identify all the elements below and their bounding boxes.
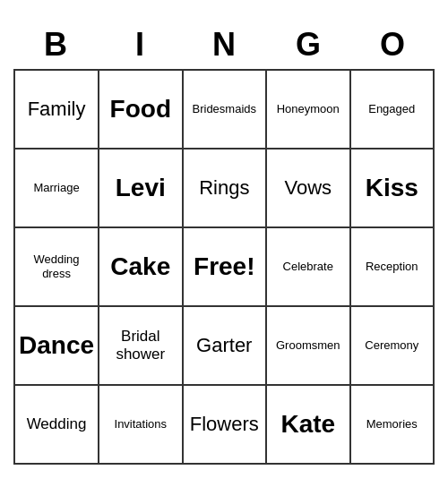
cell-r1-c2: Rings [184,150,267,228]
cell-r1-c4: Kiss [351,150,435,228]
cell-r1-c0: Marriage [15,150,99,228]
header-letter: B [13,22,98,67]
header-letter: O [350,22,435,67]
header-letter: N [182,22,266,67]
cell-r4-c1: Invitations [99,386,183,465]
cell-r0-c1: Food [99,71,183,150]
header-letter: G [266,22,350,67]
cell-r4-c0: Wedding [15,386,99,465]
cell-r2-c4: Reception [351,228,435,307]
cell-r3-c2: Garter [184,307,267,386]
bingo-grid: FamilyFoodBridesmaidsHoneymoonEngagedMar… [13,69,435,465]
cell-r2-c0: Wedding dress [15,228,99,307]
cell-r1-c1: Levi [99,150,183,228]
cell-r0-c0: Family [15,71,99,150]
bingo-card: BINGO FamilyFoodBridesmaidsHoneymoonEnga… [13,22,435,465]
cell-r4-c3: Kate [267,386,350,465]
cell-r1-c3: Vows [267,150,350,228]
cell-r0-c3: Honeymoon [267,71,350,150]
header-letter: I [98,22,182,67]
cell-r0-c4: Engaged [351,71,435,150]
bingo-header: BINGO [13,22,435,67]
cell-r2-c2: Free! [184,228,267,307]
cell-r2-c3: Celebrate [267,228,350,307]
cell-r2-c1: Cake [99,228,183,307]
cell-r0-c2: Bridesmaids [184,71,267,150]
cell-r3-c3: Groomsmen [267,307,350,386]
cell-r4-c4: Memories [351,386,435,465]
cell-r3-c1: Bridal shower [99,307,183,386]
cell-r3-c4: Ceremony [351,307,435,386]
cell-r3-c0: Dance [15,307,99,386]
cell-r4-c2: Flowers [184,386,267,465]
